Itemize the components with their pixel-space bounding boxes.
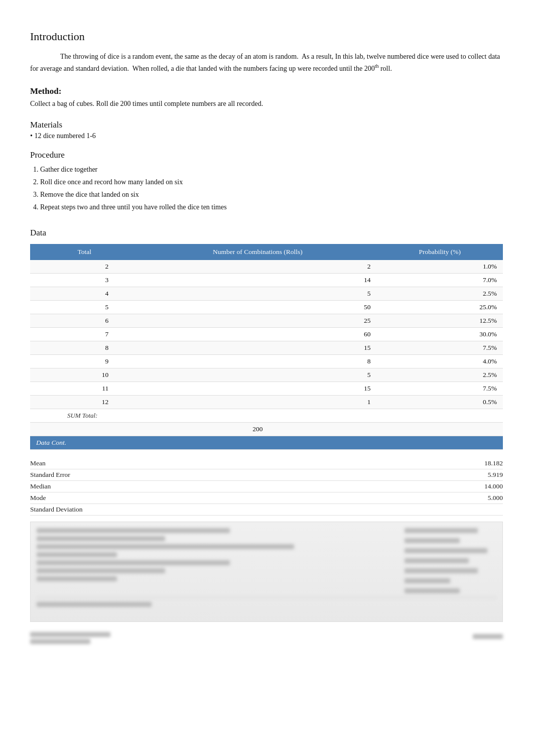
cell-total: 10 [30, 368, 139, 382]
data-section: Data Total Number of Combinations (Rolls… [30, 228, 503, 644]
materials-title: Materials [30, 120, 503, 130]
col-header-combinations: Number of Combinations (Rolls) [139, 244, 376, 260]
introduction-title: Introduction [30, 30, 503, 43]
blurred-data-section [30, 522, 503, 622]
stats-mode-row: Mode 5.000 [30, 492, 503, 504]
procedure-step-1: Gather dice together [40, 163, 503, 176]
table-row: 8 15 7.5% [30, 341, 503, 354]
median-label: Median [30, 482, 51, 490]
blurred-content [31, 522, 502, 617]
table-header-row: Total Number of Combinations (Rolls) Pro… [30, 244, 503, 260]
materials-list: 12 dice numbered 1-6 [30, 132, 503, 140]
col-header-probability: Probability (%) [376, 244, 503, 260]
mode-label: Mode [30, 494, 46, 502]
procedure-title: Procedure [30, 150, 503, 160]
cell-probability: 12.5% [376, 314, 503, 327]
cell-combinations: 8 [139, 354, 376, 368]
stderr-value: 5.919 [463, 471, 503, 479]
sum-spacer [30, 422, 139, 436]
sum-spacer3 [376, 422, 503, 436]
cell-probability: 25.0% [376, 300, 503, 314]
cell-total: 3 [30, 273, 139, 287]
cell-total: 4 [30, 287, 139, 300]
sum-label-row: SUM Total: [30, 409, 503, 422]
table-row: 10 5 2.5% [30, 368, 503, 382]
cell-total: 2 [30, 260, 139, 274]
table-row: 2 2 1.0% [30, 260, 503, 274]
table-row: 12 1 0.5% [30, 395, 503, 409]
sum-label: SUM Total: [30, 409, 139, 422]
stats-stderr-row: Standard Error 5.919 [30, 469, 503, 481]
mode-value: 5.000 [463, 494, 503, 502]
cell-probability: 4.0% [376, 354, 503, 368]
footer-left [30, 632, 110, 644]
cell-combinations: 5 [139, 287, 376, 300]
method-title: Method: [30, 86, 503, 96]
cell-total: 11 [30, 382, 139, 395]
col-header-total: Total [30, 244, 139, 260]
materials-section: Materials 12 dice numbered 1-6 [30, 120, 503, 140]
cell-combinations: 25 [139, 314, 376, 327]
table-row: 5 50 25.0% [30, 300, 503, 314]
cell-probability: 7.5% [376, 382, 503, 395]
stats-section: Mean 18.182 Standard Error 5.919 Median … [30, 458, 503, 516]
mean-value: 18.182 [463, 459, 503, 467]
cell-probability: 2.5% [376, 368, 503, 382]
mean-label: Mean [30, 459, 46, 467]
cell-combinations: 14 [139, 273, 376, 287]
cell-total: 7 [30, 327, 139, 341]
cell-combinations: 60 [139, 327, 376, 341]
cell-total: 9 [30, 354, 139, 368]
stats-mean-row: Mean 18.182 [30, 458, 503, 469]
cell-total: 8 [30, 341, 139, 354]
cell-probability: 30.0% [376, 327, 503, 341]
table-row: 9 8 4.0% [30, 354, 503, 368]
table-row: 3 14 7.0% [30, 273, 503, 287]
procedure-step-3: Remove the dice that landed on six [40, 188, 503, 201]
cell-combinations: 5 [139, 368, 376, 382]
materials-item: 12 dice numbered 1-6 [30, 132, 503, 140]
cell-probability: 7.5% [376, 341, 503, 354]
cell-probability: 7.0% [376, 273, 503, 287]
table-row: 7 60 30.0% [30, 327, 503, 341]
procedure-list: Gather dice together Roll dice once and … [30, 163, 503, 214]
cell-probability: 2.5% [376, 287, 503, 300]
sum-spacer [139, 409, 376, 422]
sum-spacer2 [376, 409, 503, 422]
table-row: 4 5 2.5% [30, 287, 503, 300]
footer-right [473, 634, 503, 639]
data-cont-row: Data Cont. [30, 436, 503, 449]
stats-stddev-row: Standard Deviation [30, 504, 503, 516]
data-title: Data [30, 228, 503, 238]
method-section: Method: Collect a bag of cubes. Roll die… [30, 86, 503, 109]
cell-combinations: 2 [139, 260, 376, 274]
footer-blurred [30, 632, 503, 644]
cell-probability: 0.5% [376, 395, 503, 409]
data-table: Total Number of Combinations (Rolls) Pro… [30, 244, 503, 450]
table-row: 6 25 12.5% [30, 314, 503, 327]
cell-total: 12 [30, 395, 139, 409]
table-row: 11 15 7.5% [30, 382, 503, 395]
stats-median-row: Median 14.000 [30, 481, 503, 492]
stddev-value [463, 506, 503, 514]
method-text: Collect a bag of cubes. Roll die 200 tim… [30, 98, 503, 109]
cell-total: 6 [30, 314, 139, 327]
page: Introduction The throwing of dice is a r… [0, 0, 533, 756]
introduction-paragraph: The throwing of dice is a random event, … [30, 51, 503, 74]
median-value: 14.000 [463, 482, 503, 490]
procedure-section: Procedure Gather dice together Roll dice… [30, 150, 503, 214]
sum-value-row: 200 [30, 422, 503, 436]
procedure-step-2: Roll dice once and record how many lande… [40, 176, 503, 188]
cell-combinations: 15 [139, 382, 376, 395]
sum-value: 200 [139, 422, 376, 436]
procedure-step-4: Repeat steps two and three until you hav… [40, 201, 503, 213]
data-cont-label: Data Cont. [30, 436, 503, 449]
cell-total: 5 [30, 300, 139, 314]
cell-combinations: 50 [139, 300, 376, 314]
stderr-label: Standard Error [30, 471, 70, 479]
cell-combinations: 15 [139, 341, 376, 354]
stddev-label: Standard Deviation [30, 506, 83, 514]
cell-probability: 1.0% [376, 260, 503, 274]
cell-combinations: 1 [139, 395, 376, 409]
